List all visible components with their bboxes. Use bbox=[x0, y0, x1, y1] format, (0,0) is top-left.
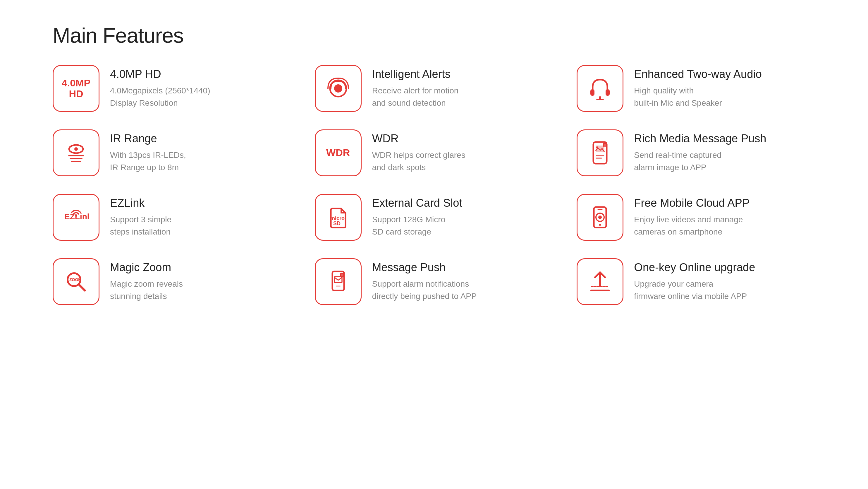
feature-title-hd: 4.0MP HD bbox=[110, 68, 291, 81]
svg-text:EZLink: EZLink bbox=[64, 212, 89, 221]
feature-desc-hd: 4.0Megapixels (2560*1440)Display Resolut… bbox=[110, 85, 291, 109]
svg-point-24 bbox=[598, 215, 602, 219]
feature-item-rich-media: Rich Media Message Push Send real-time c… bbox=[577, 130, 815, 176]
svg-rect-3 bbox=[606, 89, 610, 96]
feature-item-zoom: ZOOM Magic Zoom Magic zoom revealsstunni… bbox=[53, 258, 291, 305]
feature-title-upgrade: One-key Online upgrade bbox=[634, 261, 815, 275]
svg-text:SD: SD bbox=[333, 221, 341, 226]
feature-desc-ir: With 13pcs IR-LEDs,IR Range up to 8m bbox=[110, 149, 291, 174]
feature-desc-zoom: Magic zoom revealsstunning details bbox=[110, 278, 291, 303]
message-icon bbox=[315, 258, 362, 305]
feature-desc-message: Support alarm notificationsdirectly bein… bbox=[372, 278, 554, 303]
svg-text:ZOOM: ZOOM bbox=[69, 277, 82, 282]
app-icon bbox=[577, 194, 623, 241]
feature-item-card: micro SD External Card Slot Support 128G… bbox=[315, 194, 554, 241]
rich-media-icon bbox=[577, 130, 623, 176]
feature-item-message: Message Push Support alarm notifications… bbox=[315, 258, 554, 305]
feature-desc-rich-media: Send real-time capturedalarm image to AP… bbox=[634, 149, 815, 174]
feature-desc-card: Support 128G MicroSD card storage bbox=[372, 213, 554, 238]
feature-desc-app: Enjoy live videos and managecameras on s… bbox=[634, 213, 815, 238]
feature-item-ir: IR Range With 13pcs IR-LEDs,IR Range up … bbox=[53, 130, 291, 176]
svg-point-12 bbox=[596, 146, 598, 148]
svg-rect-31 bbox=[334, 277, 342, 283]
feature-title-card: External Card Slot bbox=[372, 197, 554, 210]
feature-title-message: Message Push bbox=[372, 261, 554, 275]
svg-point-15 bbox=[605, 146, 606, 147]
svg-point-19 bbox=[75, 215, 77, 217]
zoom-icon: ZOOM bbox=[53, 258, 99, 305]
upgrade-icon bbox=[577, 258, 623, 305]
audio-icon bbox=[577, 65, 623, 112]
wdr-icon: WDR bbox=[315, 130, 362, 176]
feature-item-wdr: WDR WDR WDR helps correct glaresand dark… bbox=[315, 130, 554, 176]
feature-item-audio: Enhanced Two-way Audio High quality with… bbox=[577, 65, 815, 112]
feature-title-ezlink: EZLink bbox=[110, 197, 291, 210]
feature-item-alerts: Intelligent Alerts Receive alert for mot… bbox=[315, 65, 554, 112]
features-grid: 4.0MPHD 4.0MP HD 4.0Megapixels (2560*144… bbox=[53, 65, 815, 305]
feature-title-rich-media: Rich Media Message Push bbox=[634, 132, 815, 146]
feature-desc-upgrade: Upgrade your camerafirmware online via m… bbox=[634, 278, 815, 303]
hd-icon: 4.0MPHD bbox=[53, 65, 99, 112]
svg-line-28 bbox=[79, 284, 85, 290]
page-title: Main Features bbox=[53, 23, 815, 48]
feature-item-ezlink: EZLink EZLink Support 3 simplesteps inst… bbox=[53, 194, 291, 241]
alerts-icon bbox=[315, 65, 362, 112]
svg-point-1 bbox=[334, 84, 342, 92]
feature-desc-audio: High quality withbuilt-in Mic and Speake… bbox=[634, 85, 815, 109]
feature-item-app: Free Mobile Cloud APP Enjoy live videos … bbox=[577, 194, 815, 241]
svg-point-26 bbox=[599, 224, 601, 226]
svg-point-6 bbox=[74, 147, 78, 151]
feature-title-ir: IR Range bbox=[110, 132, 291, 146]
feature-desc-wdr: WDR helps correct glaresand dark spots bbox=[372, 149, 554, 174]
feature-item-hd: 4.0MPHD 4.0MP HD 4.0Megapixels (2560*144… bbox=[53, 65, 291, 112]
feature-title-app: Free Mobile Cloud APP bbox=[634, 197, 815, 210]
ir-icon bbox=[53, 130, 99, 176]
svg-rect-2 bbox=[590, 89, 594, 96]
feature-title-audio: Enhanced Two-way Audio bbox=[634, 68, 815, 81]
feature-desc-alerts: Receive alert for motionand sound detect… bbox=[372, 85, 554, 109]
card-icon: micro SD bbox=[315, 194, 362, 241]
feature-title-zoom: Magic Zoom bbox=[110, 261, 291, 275]
feature-title-wdr: WDR bbox=[372, 132, 554, 146]
feature-title-alerts: Intelligent Alerts bbox=[372, 68, 554, 81]
feature-desc-ezlink: Support 3 simplesteps installation bbox=[110, 213, 291, 238]
ezlink-icon: EZLink bbox=[53, 194, 99, 241]
feature-item-upgrade: One-key Online upgrade Upgrade your came… bbox=[577, 258, 815, 305]
